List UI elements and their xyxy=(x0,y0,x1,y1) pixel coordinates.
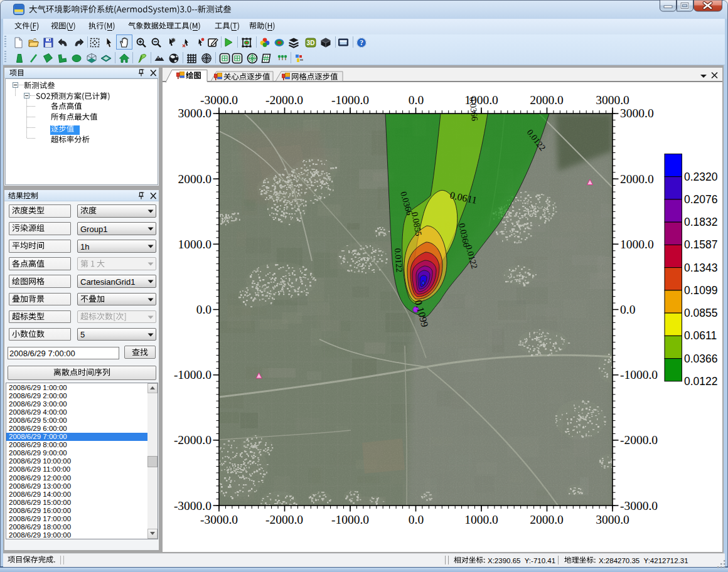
svg-text:1000.0: 1000.0 xyxy=(620,238,654,251)
svg-text:0.0855: 0.0855 xyxy=(684,307,718,319)
svg-text:-1000.0: -1000.0 xyxy=(331,93,369,107)
svg-text:0.0611: 0.0611 xyxy=(684,329,717,342)
svg-text:-1000.0: -1000.0 xyxy=(174,368,211,381)
svg-text:3D: 3D xyxy=(307,40,315,46)
svg-text:-2000.0: -2000.0 xyxy=(620,433,658,447)
svg-text:-2000.0: -2000.0 xyxy=(265,513,303,526)
svg-text:2000.0: 2000.0 xyxy=(530,513,564,526)
svg-text:2000.0: 2000.0 xyxy=(530,93,564,107)
svg-text:-3000.0: -3000.0 xyxy=(620,499,658,512)
svg-text:1000.0: 1000.0 xyxy=(178,238,211,251)
svg-text:0.0: 0.0 xyxy=(409,93,424,107)
svg-text:1000.0: 1000.0 xyxy=(464,93,498,107)
svg-text:3000.0: 3000.0 xyxy=(596,93,629,107)
svg-text:0.0: 0.0 xyxy=(196,303,211,316)
svg-text:0.1587: 0.1587 xyxy=(684,238,718,251)
svg-text:0.1343: 0.1343 xyxy=(684,262,718,274)
svg-text:2000.0: 2000.0 xyxy=(620,172,654,186)
svg-text:3000.0: 3000.0 xyxy=(596,513,629,526)
svg-text:3000.0: 3000.0 xyxy=(178,107,211,120)
svg-text:-2000.0: -2000.0 xyxy=(174,433,211,447)
svg-text:-1000.0: -1000.0 xyxy=(620,368,658,381)
svg-text:-2000.0: -2000.0 xyxy=(265,93,303,107)
svg-text:2000.0: 2000.0 xyxy=(178,172,211,186)
svg-text:0.0366: 0.0366 xyxy=(684,352,718,365)
svg-text:0.0122: 0.0122 xyxy=(393,248,404,272)
svg-text:?: ? xyxy=(360,39,363,46)
svg-text:-3000.0: -3000.0 xyxy=(200,93,238,107)
svg-text:0.0: 0.0 xyxy=(620,303,635,316)
svg-text:1000.0: 1000.0 xyxy=(464,513,498,526)
svg-text:0.1832: 0.1832 xyxy=(684,216,718,228)
svg-text:-3000.0: -3000.0 xyxy=(174,499,211,512)
svg-text:3000.0: 3000.0 xyxy=(620,107,654,120)
svg-text:0.1099: 0.1099 xyxy=(684,284,718,297)
svg-text:0.0122: 0.0122 xyxy=(684,375,718,388)
svg-text:0.0: 0.0 xyxy=(409,513,424,526)
svg-text:0.2320: 0.2320 xyxy=(684,171,718,183)
svg-text:-3000.0: -3000.0 xyxy=(200,513,238,526)
svg-text:0.2076: 0.2076 xyxy=(684,193,718,206)
svg-text:-1000.0: -1000.0 xyxy=(331,513,369,526)
